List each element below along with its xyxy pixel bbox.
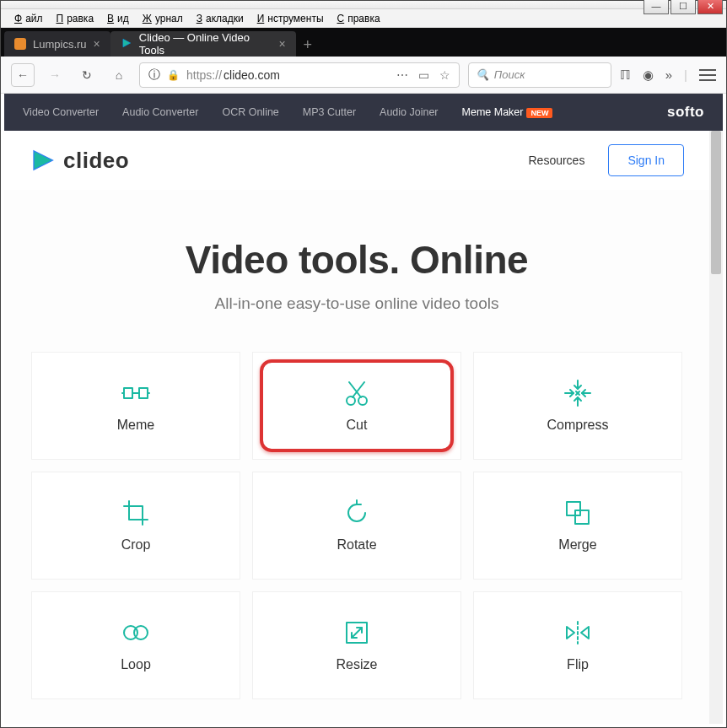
nav-back-button[interactable]: ← — [11, 63, 35, 87]
menu-инструменты[interactable]: Инструменты — [250, 11, 327, 26]
tool-card-rotate[interactable]: Rotate — [252, 472, 461, 580]
tool-label: Resize — [337, 657, 378, 672]
tool-label: Meme — [117, 418, 154, 433]
tool-card-cut[interactable]: Cut — [252, 352, 461, 460]
library-icon[interactable]: ℿ — [620, 67, 631, 83]
app-menu-button[interactable] — [699, 69, 716, 81]
softo-top-nav: Video ConverterAudio ConverterOCR Online… — [4, 94, 723, 131]
tab-close-button[interactable]: × — [94, 37, 100, 51]
tool-card-merge[interactable]: Merge — [473, 472, 682, 580]
svg-rect-18 — [567, 502, 580, 515]
page-scrollbar[interactable] — [709, 131, 723, 724]
svg-marker-1 — [34, 151, 53, 170]
app-window: — ☐ ✕ ФайлПравкаВидЖурналЗакладкиИнструм… — [0, 0, 727, 728]
tool-card-crop[interactable]: Crop — [31, 472, 240, 580]
new-tab-button[interactable]: + — [296, 33, 320, 57]
svg-rect-4 — [139, 388, 148, 398]
menu-закладки[interactable]: Закладки — [190, 11, 247, 26]
tool-card-resize[interactable]: Resize — [252, 591, 461, 699]
app-menubar: ФайлПравкаВидЖурналЗакладкиИнструментыСп… — [1, 9, 726, 28]
menu-вид[interactable]: Вид — [100, 11, 132, 26]
tool-label: Compress — [547, 418, 609, 433]
browser-tab-lumpics[interactable]: Lumpics.ru × — [4, 31, 110, 57]
svg-point-21 — [134, 626, 148, 639]
tool-label: Cut — [347, 418, 368, 433]
reload-button[interactable]: ↻ — [75, 63, 99, 87]
hero-subtitle: All-in-one easy-to-use online video tool… — [21, 294, 692, 313]
browser-search-input[interactable]: 🔍 Поиск — [468, 62, 611, 88]
toolbar-right: ℿ ◉ » | — [620, 67, 716, 83]
window-close-button[interactable]: ✕ — [697, 0, 723, 14]
cut-icon — [342, 379, 371, 407]
softo-link[interactable]: Audio Converter — [122, 106, 198, 118]
scroll-thumb[interactable] — [711, 131, 721, 274]
loop-icon — [121, 618, 150, 647]
home-button[interactable]: ⌂ — [107, 63, 131, 87]
tool-card-compress[interactable]: Compress — [473, 352, 682, 460]
hero-section: Video tools. Online All-in-one easy-to-u… — [4, 190, 709, 352]
svg-point-8 — [347, 396, 355, 405]
svg-point-9 — [358, 396, 367, 405]
tab-title: Clideo — Online Video Tools — [139, 31, 272, 57]
softo-link[interactable]: MP3 Cutter — [303, 106, 356, 118]
svg-line-23 — [352, 628, 362, 638]
reader-shield-icon[interactable]: ▭ — [418, 68, 429, 82]
tool-label: Flip — [567, 657, 589, 672]
lock-icon: 🔒 — [167, 69, 180, 81]
resources-link[interactable]: Resources — [528, 154, 584, 167]
sign-in-button[interactable]: Sign In — [608, 144, 684, 176]
softo-brand: softo — [667, 104, 704, 121]
extension-icon[interactable]: ◉ — [643, 67, 654, 83]
crop-icon — [121, 499, 150, 527]
search-placeholder: Поиск — [494, 68, 525, 81]
tool-card-flip[interactable]: Flip — [473, 591, 682, 699]
browser-tabstrip: Lumpics.ru × Clideo — Online Video Tools… — [1, 28, 726, 57]
browser-tab-clideo[interactable]: Clideo — Online Video Tools × — [110, 31, 296, 57]
svg-rect-3 — [124, 388, 132, 398]
window-maximize-button[interactable]: ☐ — [670, 0, 696, 14]
hero-title: Video tools. Online — [21, 237, 692, 283]
softo-link[interactable]: Audio Joiner — [380, 106, 439, 118]
page-actions-icon[interactable]: ⋯ — [396, 68, 408, 82]
browser-toolbar: ← → ↻ ⌂ ⓘ 🔒 https://clideo.com ⋯ ▭ ☆ 🔍 П… — [1, 57, 726, 94]
merge-icon — [563, 499, 592, 527]
bookmark-star-icon[interactable]: ☆ — [439, 68, 450, 82]
page-content-frame: Video ConverterAudio ConverterOCR Online… — [4, 94, 723, 724]
softo-link[interactable]: Video Converter — [23, 106, 99, 118]
logo-text: clideo — [63, 148, 129, 174]
tab-title: Lumpics.ru — [33, 38, 87, 51]
menu-файл[interactable]: Файл — [8, 11, 46, 26]
nav-forward-button[interactable]: → — [43, 63, 67, 87]
resize-icon — [342, 618, 371, 647]
rotate-icon — [342, 499, 371, 527]
softo-link[interactable]: OCR Online — [222, 106, 278, 118]
clideo-page: clideo Resources Sign In Video tools. On… — [4, 131, 709, 724]
url-protocol: https:// — [186, 68, 222, 82]
favicon-icon — [121, 37, 132, 51]
svg-marker-25 — [567, 627, 574, 639]
menu-справка[interactable]: Справка — [331, 11, 384, 26]
url-bar[interactable]: ⓘ 🔒 https://clideo.com ⋯ ▭ ☆ — [139, 62, 460, 88]
window-chrome-top — [1, 1, 726, 9]
url-host: clideo.com — [223, 68, 280, 82]
meme-icon — [121, 379, 150, 407]
play-icon — [30, 148, 55, 173]
menu-журнал[interactable]: Журнал — [136, 11, 186, 26]
urlbar-actions: ⋯ ▭ ☆ — [396, 68, 450, 82]
menu-правка[interactable]: Правка — [50, 11, 98, 26]
tab-close-button[interactable]: × — [279, 37, 286, 51]
search-icon: 🔍 — [476, 68, 489, 81]
compress-icon — [563, 379, 592, 407]
softo-link-meme-maker[interactable]: Meme MakerNEW — [462, 106, 553, 118]
tools-grid: MemeCutCompressCropRotateMergeLoopResize… — [4, 352, 709, 724]
tool-card-meme[interactable]: Meme — [31, 352, 240, 460]
tool-label: Crop — [121, 537, 151, 553]
overflow-icon[interactable]: » — [665, 67, 672, 82]
tool-label: Merge — [558, 537, 596, 553]
site-info-icon[interactable]: ⓘ — [148, 67, 160, 83]
tool-label: Loop — [121, 657, 151, 672]
tool-card-loop[interactable]: Loop — [31, 591, 240, 699]
window-minimize-button[interactable]: — — [644, 0, 669, 14]
clideo-logo[interactable]: clideo — [30, 148, 129, 174]
favicon-icon — [14, 38, 26, 50]
